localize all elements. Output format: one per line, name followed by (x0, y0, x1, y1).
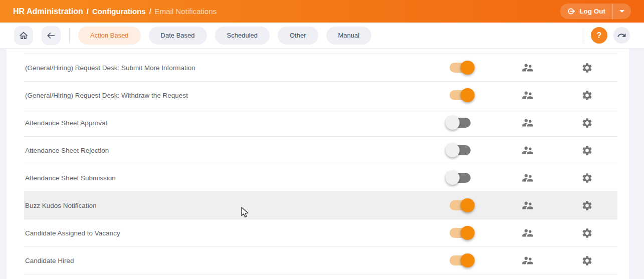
gear-icon (581, 117, 593, 129)
recipients-button[interactable] (519, 87, 536, 104)
toggle-column (421, 145, 499, 155)
settings-button[interactable] (579, 143, 595, 158)
back-button[interactable] (42, 26, 61, 45)
settings-column (556, 60, 617, 76)
toggle-column (421, 63, 499, 73)
home-button[interactable] (14, 26, 33, 45)
notification-label: Attendance Sheet Submission (24, 174, 421, 182)
toolbar-divider (582, 28, 582, 43)
recipients-button[interactable] (519, 142, 536, 159)
settings-column (556, 88, 617, 103)
notification-row[interactable]: Attendance Sheet Submission (24, 164, 617, 192)
recipients-column (499, 59, 556, 76)
recipients-column (499, 252, 556, 269)
toggle-column (421, 118, 499, 128)
notification-toggle[interactable] (450, 173, 471, 183)
recipients-button[interactable] (519, 169, 536, 186)
notification-toggle[interactable] (450, 90, 471, 100)
notification-toggle[interactable] (450, 63, 471, 73)
tab-date-based[interactable]: Date Based (149, 27, 207, 45)
logout-label: Log Out (579, 8, 605, 15)
tab-action-based[interactable]: Action Based (78, 27, 141, 45)
tab-scheduled[interactable]: Scheduled (215, 27, 270, 45)
recipients-column (499, 142, 556, 159)
tab-manual[interactable]: Manual (326, 27, 372, 45)
toggle-knob (461, 198, 475, 212)
notification-row[interactable]: (General/Hiring) Request Desk: Submit Mo… (24, 54, 617, 82)
help-button[interactable]: ? (591, 27, 607, 44)
recipients-button[interactable] (519, 252, 536, 269)
notification-label: Buzz Kudos Notification (24, 202, 421, 209)
tab-label: Action Based (90, 32, 129, 39)
recipients-column (499, 114, 556, 131)
notification-toggle[interactable] (450, 228, 471, 238)
recipients-column (499, 87, 556, 104)
chevron-down-icon (619, 10, 624, 13)
toggle-knob (446, 143, 460, 157)
toggle-column (421, 200, 499, 210)
gear-icon (581, 255, 593, 266)
people-icon (521, 116, 534, 129)
people-icon (521, 199, 534, 212)
gear-icon (581, 62, 593, 74)
breadcrumb-separator: / (149, 7, 151, 16)
toggle-knob (446, 171, 460, 185)
toggle-column (421, 255, 499, 265)
recipients-column (499, 197, 556, 214)
toggle-column (421, 228, 499, 238)
settings-button[interactable] (579, 225, 595, 241)
toggle-column (421, 90, 499, 100)
settings-button[interactable] (579, 115, 595, 131)
toggle-knob (461, 253, 475, 267)
notification-row[interactable]: Candidate Hired (24, 247, 617, 274)
gear-icon (581, 200, 593, 211)
notification-row[interactable]: Candidate Assigned to Vacancy (24, 219, 617, 247)
breadcrumb-separator: / (87, 7, 89, 16)
toolbar: Action BasedDate BasedScheduledOtherManu… (0, 23, 644, 49)
notification-toggle[interactable] (450, 200, 471, 210)
tab-label: Scheduled (227, 32, 258, 39)
recipients-button[interactable] (519, 59, 536, 76)
settings-column (556, 170, 617, 186)
gear-icon (581, 90, 593, 101)
toggle-knob (461, 61, 475, 75)
settings-button[interactable] (579, 60, 595, 76)
notification-row[interactable]: Buzz Kudos Notification (24, 192, 617, 219)
logout-button[interactable]: Log Out (560, 4, 612, 19)
home-icon (19, 31, 29, 41)
back-arrow-icon (46, 31, 56, 41)
people-icon (521, 144, 534, 157)
forward-arrow-icon (617, 31, 626, 40)
notification-toggle[interactable] (450, 145, 471, 155)
notification-toggle[interactable] (450, 255, 471, 265)
gear-icon (581, 172, 593, 184)
settings-button[interactable] (579, 253, 595, 268)
list-top-divider (24, 49, 617, 54)
toggle-knob (446, 116, 460, 130)
settings-column (556, 225, 617, 241)
toolbar-divider (69, 28, 70, 43)
people-icon (521, 61, 534, 74)
notification-toggle[interactable] (450, 118, 471, 128)
recipients-button[interactable] (519, 197, 536, 214)
notification-label: Candidate Assigned to Vacancy (24, 229, 421, 237)
recipients-button[interactable] (519, 224, 536, 241)
settings-button[interactable] (579, 198, 595, 213)
tab-label: Date Based (161, 32, 195, 39)
notification-row[interactable]: Attendance Sheet Approval (24, 109, 617, 137)
breadcrumb-root: HR Administration (13, 7, 83, 16)
notification-row[interactable]: (General/Hiring) Request Desk: Withdraw … (24, 82, 617, 109)
logout-menu-button[interactable] (613, 4, 631, 19)
settings-button[interactable] (579, 170, 595, 186)
recipients-button[interactable] (519, 114, 536, 131)
notification-label: Attendance Sheet Approval (24, 119, 421, 127)
share-button[interactable] (613, 27, 630, 44)
gear-icon (581, 227, 593, 239)
notification-row[interactable]: Attendance Sheet Rejection (24, 137, 617, 164)
breadcrumb: HR Administration / Configurations / Ema… (13, 7, 217, 16)
settings-button[interactable] (579, 88, 595, 103)
tab-other[interactable]: Other (278, 27, 318, 45)
recipients-column (499, 169, 556, 186)
toggle-knob (461, 88, 475, 102)
settings-column (556, 253, 617, 268)
